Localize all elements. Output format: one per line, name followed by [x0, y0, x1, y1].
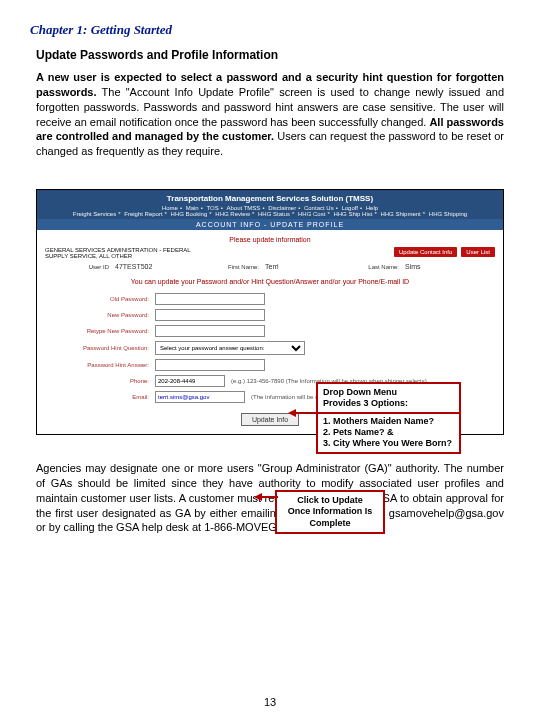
user-list-button[interactable]: User List — [461, 247, 495, 257]
nav-link[interactable]: HHG Ship Hist — [333, 211, 372, 217]
hint-question-label: Password Hint Question: — [45, 345, 155, 351]
userid-value: 47TEST502 — [115, 263, 205, 270]
update-warning: You can update your Password and/or Hint… — [37, 272, 503, 291]
old-password-input[interactable] — [155, 293, 265, 305]
nav-row-2: Freight Services* Freight Report* HHG Bo… — [37, 211, 503, 217]
firstname-value: Terri — [265, 263, 345, 270]
hint-answer-label: Password Hint Answer: — [45, 362, 155, 368]
section-title: Update Passwords and Profile Information — [36, 48, 510, 62]
callout1-line4: 2. Pets Name? & — [323, 427, 454, 438]
callout1-line1: Drop Down Menu — [323, 387, 454, 398]
callout1-line5: 3. City Where You Were Born? — [323, 438, 454, 449]
email-input[interactable] — [155, 391, 245, 403]
email-label: Email: — [45, 394, 155, 400]
nav-link[interactable]: HHG Shipment — [380, 211, 420, 217]
new-password-input[interactable] — [155, 309, 265, 321]
nav-link[interactable]: Freight Report — [124, 211, 162, 217]
retype-password-input[interactable] — [155, 325, 265, 337]
hint-answer-input[interactable] — [155, 359, 265, 371]
hint-question-select[interactable]: Select your password answer question: — [155, 341, 305, 355]
nav-link[interactable]: HHG Status — [258, 211, 290, 217]
nav-link[interactable]: Freight Services — [73, 211, 116, 217]
lower-paragraph: Agencies may designate one or more users… — [36, 461, 504, 535]
userid-label: User ID — [45, 264, 115, 270]
dropdown-callout: Drop Down Menu Provides 3 Options: 1. Mo… — [316, 382, 461, 454]
update-callout: Click to Update Once Information Is Comp… — [275, 490, 385, 534]
screen-band: ACCOUNT INFO - UPDATE PROFILE — [37, 219, 503, 230]
update-contact-button[interactable]: Update Contact Info — [394, 247, 457, 257]
callout1-line2: Provides 3 Options: — [323, 398, 454, 409]
app-header: Transportation Management Services Solut… — [37, 190, 503, 219]
nav-link[interactable]: HHG Cost — [298, 211, 325, 217]
callout2-line1: Click to Update — [282, 495, 378, 506]
lastname-label: Last Name: — [345, 264, 405, 270]
nav-link[interactable]: HHG Booking — [171, 211, 208, 217]
old-password-label: Old Password: — [45, 296, 155, 302]
update-info-button[interactable]: Update Info — [241, 413, 299, 426]
app-title: Transportation Management Services Solut… — [37, 194, 503, 203]
chapter-title: Chapter 1: Getting Started — [30, 22, 510, 38]
lastname-value: Sims — [405, 263, 421, 270]
new-password-label: New Password: — [45, 312, 155, 318]
firstname-label: First Name: — [205, 264, 265, 270]
phone-label: Phone: — [45, 378, 155, 384]
callout1-line3: 1. Mothers Maiden Name? — [323, 416, 454, 427]
please-text: Please update information — [37, 230, 503, 247]
callout2-line3: Complete — [282, 518, 378, 529]
callout2-line2: Once Information Is — [282, 506, 378, 517]
nav-link[interactable]: HHG Review — [215, 211, 250, 217]
intro-paragraph: A new user is expected to select a passw… — [36, 70, 504, 159]
phone-input[interactable] — [155, 375, 225, 387]
page-number: 13 — [0, 696, 540, 708]
retype-password-label: Retype New Password: — [45, 328, 155, 334]
nav-link[interactable]: HHG Shipping — [429, 211, 467, 217]
agency-line-2: SUPPLY SERVICE, ALL OTHER — [45, 253, 191, 259]
agency-block: GENERAL SERVICES ADMINISTRATION - FEDERA… — [45, 247, 191, 259]
